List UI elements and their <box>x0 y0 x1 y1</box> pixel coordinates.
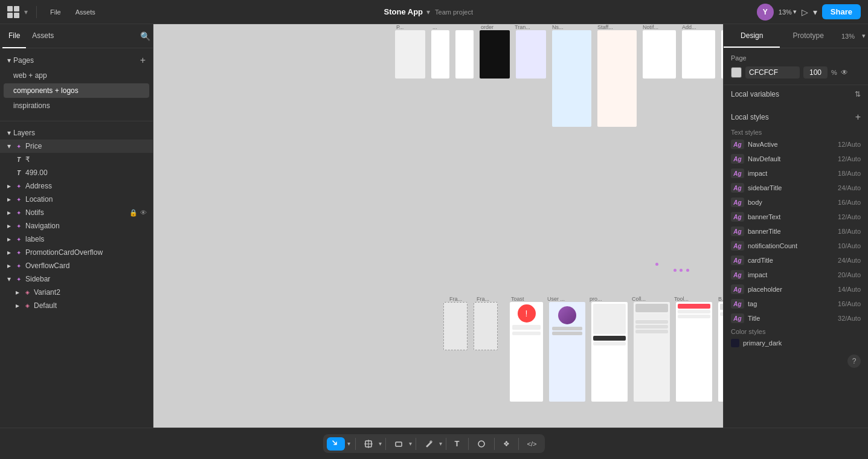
canvas-frame-3[interactable] <box>455 30 474 79</box>
canvas-frame-toast[interactable]: ! <box>510 302 543 402</box>
tool-shape[interactable] <box>390 437 408 451</box>
layer-location[interactable]: ▸ ✦ Location <box>0 193 153 206</box>
tool-circle[interactable] <box>472 437 490 451</box>
canvas-frame-7[interactable] <box>597 30 637 127</box>
assets-tab[interactable]: Assets <box>71 6 100 18</box>
zoom-chevron[interactable]: ▾ <box>860 24 868 48</box>
layer-labels[interactable]: ▸ ✦ labels <box>0 233 153 246</box>
page-section: Page % 👁 <box>724 48 868 85</box>
color-style-primary-dark[interactable]: primary_dark <box>724 336 868 350</box>
style-item-body[interactable]: Ag body 16/Auto <box>724 195 868 210</box>
canvas-frame-9[interactable] <box>682 30 715 79</box>
style-item-sidebartitle[interactable]: Ag sidebarTitle 24/Auto <box>724 181 868 195</box>
sort-icon[interactable]: ⇅ <box>855 90 861 98</box>
canvas-frame-b[interactable] <box>718 302 723 402</box>
tool-code[interactable]: </> <box>522 438 542 450</box>
canvas-frame-tool[interactable] <box>676 302 712 402</box>
style-item-placeholder[interactable]: Ag placeholder 14/Auto <box>724 282 868 297</box>
canvas-frame-8[interactable] <box>643 30 676 79</box>
ag-badge: Ag <box>731 183 744 193</box>
opacity-input[interactable] <box>803 66 828 79</box>
canvas-frame-2[interactable] <box>431 30 449 79</box>
canvas-frame-6[interactable] <box>552 30 591 127</box>
zoom-control[interactable]: 13% ▾ <box>779 8 797 16</box>
percent-symbol: % <box>831 69 837 76</box>
tab-design[interactable]: Design <box>724 24 780 48</box>
svg-point-5 <box>478 441 484 447</box>
page-color-swatch[interactable] <box>731 67 742 78</box>
canvas-frame-4[interactable] <box>480 30 510 79</box>
style-item-impact[interactable]: Ag impact 18/Auto <box>724 166 868 181</box>
tool-component[interactable]: ❖ <box>498 437 515 451</box>
style-size: 18/Auto <box>838 228 861 235</box>
layer-variant2[interactable]: ▸ ◈ Variant2 <box>0 286 153 299</box>
pages-header[interactable]: ▾ Pages + <box>0 53 153 68</box>
layers-header[interactable]: ▾ Layers <box>0 126 153 140</box>
dot-group-2 <box>673 266 690 274</box>
canvas-frame-b1[interactable] <box>443 302 468 350</box>
layer-sidebar[interactable]: ▾ ✦ Sidebar <box>0 272 153 286</box>
style-item-impact2[interactable]: Ag impact 20/Auto <box>724 268 868 282</box>
add-page-button[interactable]: + <box>140 56 146 65</box>
canvas[interactable]: P... ... order Tran... Ns... Staff... No… <box>153 24 723 428</box>
text-styles-subtitle: Text styles <box>724 126 868 137</box>
search-button[interactable]: 🔍 <box>140 31 150 41</box>
tab-file[interactable]: File <box>2 24 26 48</box>
share-button[interactable]: Share <box>822 4 861 19</box>
layer-notifs[interactable]: ▸ ✦ Notifs 🔒 👁 <box>0 206 153 219</box>
text-icon: T <box>14 155 23 164</box>
tool-frame[interactable] <box>359 437 378 451</box>
local-variables-row[interactable]: Local variables ⇅ <box>724 85 868 103</box>
layer-overflow-card[interactable]: ▸ ✦ OverflowCard <box>0 259 153 272</box>
layer-price[interactable]: ▾ ✦ Price <box>0 140 153 153</box>
canvas-frame-coll[interactable] <box>634 302 670 402</box>
play-button[interactable]: ▷ <box>802 7 808 17</box>
eye-icon[interactable]: 👁 <box>841 68 848 77</box>
style-item-tag[interactable]: Ag tag 16/Auto <box>724 297 868 311</box>
page-color-row: % 👁 <box>731 66 861 79</box>
tab-prototype[interactable]: Prototype <box>780 24 836 48</box>
layer-price-value[interactable]: T 499.00 <box>0 166 153 179</box>
svg-point-4 <box>430 441 432 443</box>
layer-default[interactable]: ▸ ◈ Default <box>0 299 153 312</box>
layer-promotion-card[interactable]: ▸ ✦ PromotionCardOverflow <box>0 246 153 259</box>
style-name: notificationCount <box>748 242 834 249</box>
style-item-bannertitle[interactable]: Ag bannerTitle 18/Auto <box>724 224 868 239</box>
divider <box>0 121 153 121</box>
app-name[interactable]: Stone App <box>384 7 423 16</box>
style-item-bannertext[interactable]: Ag bannerText 12/Auto <box>724 210 868 224</box>
zoom-display[interactable]: 13% <box>837 24 860 48</box>
style-item-navdefault[interactable]: Ag NavDefault 12/Auto <box>724 152 868 166</box>
page-item-components[interactable]: components + logos <box>4 83 149 98</box>
canvas-frame-1[interactable] <box>395 30 425 79</box>
canvas-frame-5[interactable] <box>516 30 546 79</box>
canvas-frame-10[interactable] <box>721 30 723 79</box>
tab-assets[interactable]: Assets <box>26 24 60 48</box>
style-item-cardtitle[interactable]: Ag cardTitle 24/Auto <box>724 253 868 268</box>
lock-icon: 🔒 <box>129 209 138 217</box>
layer-address[interactable]: ▸ ✦ Address <box>0 179 153 193</box>
layer-rupee[interactable]: T ₹ <box>0 153 153 166</box>
add-style-button[interactable]: + <box>855 112 861 123</box>
page-item-inspirations[interactable]: inspirations <box>4 98 149 113</box>
color-style-name: primary_dark <box>743 339 861 347</box>
tool-move[interactable] <box>327 437 345 451</box>
canvas-frame-user[interactable] <box>549 302 585 402</box>
style-size: 24/Auto <box>838 184 861 191</box>
canvas-frame-b2[interactable] <box>474 302 498 350</box>
canvas-frame-pro[interactable] <box>591 302 628 402</box>
page-color-input[interactable] <box>745 66 800 79</box>
help-button[interactable]: ? <box>847 355 861 368</box>
style-item-navactive[interactable]: Ag NavActive 12/Auto <box>724 137 868 152</box>
file-tab[interactable]: File <box>45 6 66 18</box>
layers-title: ▾ Layers <box>7 129 35 137</box>
grid-icon[interactable] <box>7 6 19 18</box>
play-dropdown[interactable]: ▾ <box>813 7 817 17</box>
help-row: ? <box>724 350 868 373</box>
style-item-title[interactable]: Ag Title 32/Auto <box>724 311 868 326</box>
style-item-notifcount[interactable]: Ag notificationCount 10/Auto <box>724 239 868 253</box>
page-item-web-app[interactable]: web + app <box>4 68 149 83</box>
tool-pen[interactable] <box>420 437 438 451</box>
tool-text[interactable]: T <box>450 437 465 451</box>
layer-navigation[interactable]: ▸ ✦ Navigation <box>0 219 153 233</box>
